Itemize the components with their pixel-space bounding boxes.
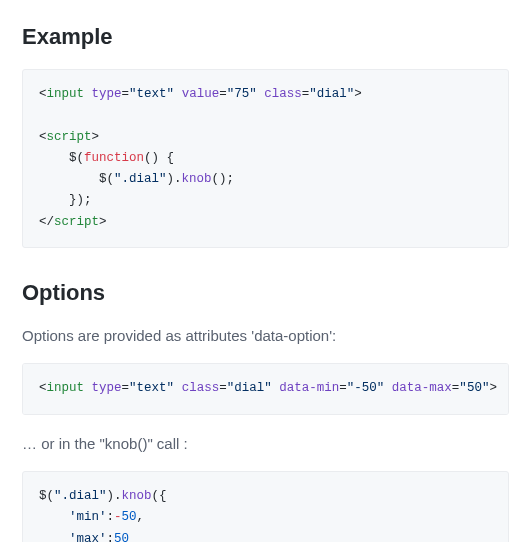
code-text: =	[122, 381, 130, 395]
code-text: ,	[137, 510, 145, 524]
code-string: .dial	[62, 489, 100, 503]
code-string: max	[77, 532, 100, 543]
code-string: dial	[234, 381, 264, 395]
code-text: "	[249, 87, 257, 101]
code-text: "	[129, 381, 137, 395]
code-text: :	[107, 510, 115, 524]
code-text: >	[354, 87, 362, 101]
code-keyword: function	[84, 151, 144, 165]
code-text: $(	[99, 172, 114, 186]
code-attr: class	[182, 381, 220, 395]
code-text: "	[129, 87, 137, 101]
code-string: '	[99, 510, 107, 524]
code-text	[84, 381, 92, 395]
options-attr-codeblock: <input type="text" class="dial" data-min…	[22, 363, 509, 414]
code-text: "	[309, 87, 317, 101]
code-attr: class	[264, 87, 302, 101]
example-section: Example <input type="text" value="75" cl…	[22, 20, 509, 248]
code-string: min	[77, 510, 100, 524]
code-text: <	[39, 381, 47, 395]
code-text: >	[489, 381, 497, 395]
code-attr: value	[182, 87, 220, 101]
code-text: </	[39, 215, 54, 229]
code-text: =	[219, 381, 227, 395]
code-text	[174, 87, 182, 101]
code-text: ).	[107, 489, 122, 503]
code-string: '	[99, 532, 107, 543]
code-attr: data-min	[279, 381, 339, 395]
code-string: '	[69, 532, 77, 543]
options-alt-text: … or in the "knob()" call :	[22, 433, 509, 456]
code-fn: knob	[182, 172, 212, 186]
code-string: '	[69, 510, 77, 524]
options-section: Options Options are provided as attribut…	[22, 276, 509, 542]
code-text: -	[114, 510, 122, 524]
code-text: "	[54, 489, 62, 503]
code-text	[39, 532, 69, 543]
code-text: <	[39, 130, 47, 144]
code-text: ).	[167, 172, 182, 186]
example-codeblock: <input type="text" value="75" class="dia…	[22, 69, 509, 248]
code-text: "	[159, 172, 167, 186]
options-intro-text: Options are provided as attributes 'data…	[22, 325, 509, 348]
code-text: <	[39, 87, 47, 101]
code-text: =	[122, 87, 130, 101]
code-text: =	[219, 87, 227, 101]
code-tag: script	[54, 215, 99, 229]
code-text: () {	[144, 151, 174, 165]
code-string: .dial	[122, 172, 160, 186]
code-text	[39, 193, 69, 207]
code-text: "	[99, 489, 107, 503]
code-attr: type	[92, 87, 122, 101]
code-text	[174, 381, 182, 395]
code-text: >	[92, 130, 100, 144]
code-string: -50	[354, 381, 377, 395]
options-heading: Options	[22, 276, 509, 309]
code-text: ();	[212, 172, 235, 186]
code-text	[39, 172, 99, 186]
code-text: "	[114, 172, 122, 186]
code-string: 50	[467, 381, 482, 395]
options-call-codeblock: $(".dial").knob({ 'min':-50, 'max':50 })…	[22, 471, 509, 542]
code-string: 75	[234, 87, 249, 101]
code-text	[39, 510, 69, 524]
code-text: "	[167, 381, 175, 395]
code-string: dial	[317, 87, 347, 101]
code-tag: script	[47, 130, 92, 144]
code-text	[84, 87, 92, 101]
code-text: "	[167, 87, 175, 101]
code-tag: input	[47, 87, 85, 101]
code-text: "	[459, 381, 467, 395]
code-tag: input	[47, 381, 85, 395]
code-attr: type	[92, 381, 122, 395]
code-string: text	[137, 87, 167, 101]
code-string: text	[137, 381, 167, 395]
code-text	[39, 151, 69, 165]
code-number: 50	[114, 532, 129, 543]
code-text: >	[99, 215, 107, 229]
code-fn: knob	[122, 489, 152, 503]
code-attr: data-max	[392, 381, 452, 395]
code-text: =	[339, 381, 347, 395]
code-number: 50	[122, 510, 137, 524]
code-text: $(	[39, 489, 54, 503]
code-text: :	[107, 532, 115, 543]
example-heading: Example	[22, 20, 509, 53]
code-text: ({	[152, 489, 167, 503]
code-text: $(	[69, 151, 84, 165]
code-text: "	[264, 381, 272, 395]
code-text	[384, 381, 392, 395]
code-text: });	[69, 193, 92, 207]
